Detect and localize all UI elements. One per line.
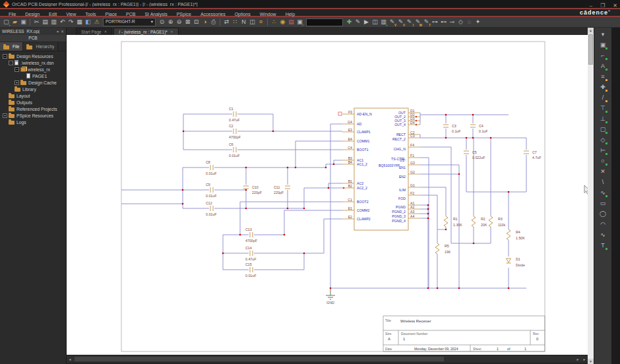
- panel-tab-file[interactable]: File: [0, 42, 23, 51]
- tree-item-design-resources[interactable]: −Design Resources: [0, 53, 66, 59]
- marker-a-icon[interactable]: ⊶: [431, 17, 439, 27]
- power-probe-icon[interactable]: ✎W: [414, 17, 422, 27]
- place-rectangle-icon[interactable]: ▭: [598, 198, 608, 208]
- menu-edit[interactable]: Edit: [44, 12, 61, 16]
- current-probe-icon[interactable]: ✎I: [405, 17, 414, 27]
- place-wire-icon[interactable]: ⌐: [598, 51, 608, 61]
- more-tools-icon[interactable]: ▾: [598, 30, 608, 40]
- expand-icon[interactable]: +: [3, 113, 7, 118]
- undo-icon[interactable]: ↶: [58, 17, 67, 27]
- doc-tab-schematic[interactable]: / - (wireless_rx : PAGE1)*✕: [113, 28, 178, 35]
- close-button[interactable]: ✕: [613, 3, 617, 9]
- place-ground-icon[interactable]: ⊥: [598, 114, 608, 124]
- edit-simulation-icon[interactable]: ✎: [354, 17, 362, 27]
- tree-item--wireless-rx-dsn[interactable]: −.\wireless_rx.dsn: [0, 59, 66, 66]
- component-C2[interactable]: C24700pF: [229, 124, 241, 139]
- search-icon[interactable]: ⊙: [158, 17, 166, 27]
- scroll-right-icon[interactable]: ▸: [574, 357, 581, 361]
- tree-item-outputs[interactable]: Outputs: [0, 99, 66, 106]
- tree-item-wireless-rx[interactable]: −wireless_rx: [0, 66, 66, 73]
- voltage-level-probe-icon[interactable]: ✎V: [396, 17, 405, 27]
- place-bezier-icon[interactable]: ∿: [598, 230, 608, 240]
- fixup-pointer-icon[interactable]: ⚠: [92, 17, 101, 27]
- open-document-icon[interactable]: ▰: [11, 17, 19, 27]
- menu-pspice[interactable]: PSpice: [172, 12, 196, 16]
- run-simulation-icon[interactable]: ▶: [362, 17, 371, 27]
- component-C9[interactable]: C90.01uF: [206, 183, 217, 198]
- route-grid-icon[interactable]: ▦: [75, 17, 84, 27]
- horizontal-scroll-thumb[interactable]: [75, 357, 444, 361]
- scroll-left-icon[interactable]: ◂: [67, 357, 73, 361]
- tree-item-library[interactable]: Library: [0, 86, 66, 92]
- expand-icon[interactable]: +: [15, 80, 19, 85]
- menu-design[interactable]: Design: [20, 12, 44, 16]
- component-C8[interactable]: C80.01uF: [206, 160, 217, 175]
- new-design-icon[interactable]: ▢+: [2, 17, 11, 27]
- place-hier-block-icon[interactable]: ▢: [598, 125, 608, 135]
- voltage-probe-icon[interactable]: ✎V: [388, 17, 396, 27]
- panel-tab-hierarchy[interactable]: Hierarchy: [23, 42, 58, 51]
- part-manager-icon[interactable]: ∴: [270, 17, 278, 27]
- cut-icon[interactable]: ✂: [32, 17, 41, 27]
- update-cache-icon[interactable]: ⇄: [222, 17, 231, 27]
- tree-item-referenced-projects[interactable]: Referenced Projects: [0, 106, 66, 112]
- tree-item-page1[interactable]: PAGE1: [0, 73, 66, 79]
- restore-button[interactable]: ❐: [600, 3, 605, 9]
- menu-window[interactable]: Window: [255, 12, 281, 16]
- new-simulation-icon[interactable]: ✚: [345, 17, 354, 27]
- report-doc-icon[interactable]: ▤: [287, 17, 295, 27]
- verify-doc-icon[interactable]: ▣✓: [295, 17, 304, 27]
- scroll-down-icon[interactable]: ▼: [588, 359, 594, 364]
- place-net-alias-icon[interactable]: A: [598, 61, 608, 71]
- menu-help[interactable]: Help: [281, 12, 299, 16]
- place-bus-icon[interactable]: ≡: [598, 72, 608, 82]
- schematic-wires[interactable]: [121, 113, 526, 288]
- component-C15[interactable]: C150.01uF: [245, 262, 257, 278]
- save-document-icon[interactable]: ▣: [19, 17, 28, 27]
- zoom-area-icon[interactable]: ⊠: [183, 17, 192, 27]
- place-polyline-icon[interactable]: ∿: [598, 188, 608, 198]
- menu-view[interactable]: View: [61, 12, 80, 16]
- place-arc-icon[interactable]: ◠: [598, 220, 608, 229]
- color-settings-icon[interactable]: ◑: [201, 17, 209, 27]
- eco-icon[interactable]: ◌: [465, 17, 474, 27]
- component-R2[interactable]: R220K: [472, 216, 487, 227]
- polygon-icon[interactable]: ◇: [456, 17, 465, 27]
- component-C14[interactable]: C140.47uF: [245, 246, 257, 261]
- component-R3[interactable]: R3110k: [489, 216, 505, 227]
- place-power-icon[interactable]: ⊤: [598, 104, 608, 113]
- tree-item-pspice-resources[interactable]: +PSpice Resources: [0, 112, 66, 119]
- place-hier-port-icon[interactable]: ◇: [598, 135, 608, 145]
- doc-tab-start-page[interactable]: Start Page✕: [76, 28, 112, 35]
- marker-b-icon[interactable]: ⊷: [439, 17, 448, 27]
- panel-collapse-icon[interactable]: ▾: [57, 29, 59, 34]
- component-C1[interactable]: C10.47uF: [229, 107, 240, 122]
- zoom-all-icon[interactable]: ⊡: [192, 17, 201, 27]
- menu-file[interactable]: File: [4, 12, 20, 16]
- vertical-scroll-thumb[interactable]: [588, 34, 593, 65]
- tree-item-design-cache[interactable]: +Design Cache: [0, 79, 66, 86]
- component-R4[interactable]: R41.50K: [507, 229, 525, 240]
- redo-icon[interactable]: ↷: [67, 17, 75, 27]
- component-C5[interactable]: C50.022uF: [464, 150, 485, 160]
- bom-cart-icon[interactable]: ¤: [257, 17, 265, 27]
- collapse-icon[interactable]: −: [15, 67, 19, 72]
- assign-power-icon[interactable]: ◉: [278, 17, 287, 27]
- ic-U1[interactable]: U1BQ51003YFPF3AD-EN_NG4ADE3CLAMP1E4COMM1…: [338, 108, 420, 230]
- menu-tools[interactable]: Tools: [80, 12, 100, 16]
- menu-accessories[interactable]: Accessories: [196, 12, 230, 16]
- vertical-scrollbar[interactable]: ▲ ▼: [588, 28, 594, 364]
- command-search-input[interactable]: [306, 18, 343, 26]
- netlist-icon[interactable]: N: [239, 17, 248, 27]
- marker-c-icon[interactable]: ⊸: [448, 17, 456, 27]
- place-no-connect-icon[interactable]: ✕: [598, 167, 608, 177]
- menu-pcb[interactable]: PCB: [121, 12, 140, 16]
- collapse-icon[interactable]: −: [3, 54, 7, 59]
- panel-close-icon[interactable]: ✕: [61, 29, 64, 34]
- tree-item-logs[interactable]: Logs: [0, 119, 66, 125]
- zoom-in-icon[interactable]: ⊕: [166, 17, 175, 27]
- paste-icon[interactable]: ▥: [49, 17, 58, 27]
- horizontal-scrollbar[interactable]: ◂ ▸ ▸: [67, 355, 588, 363]
- schematic-drawing[interactable]: U1BQ51003YFPF3AD-EN_NG4ADE3CLAMP1E4COMM1…: [67, 35, 588, 355]
- menu-si-analysis[interactable]: SI Analysis: [140, 12, 171, 16]
